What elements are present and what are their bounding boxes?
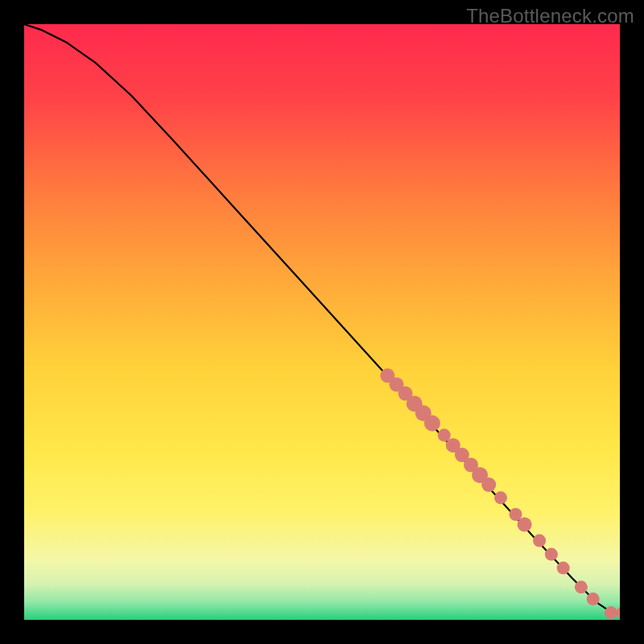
gradient-background <box>24 24 620 620</box>
chart-svg <box>24 24 620 620</box>
data-marker <box>518 518 532 532</box>
data-marker <box>587 592 600 605</box>
data-marker <box>557 562 570 575</box>
data-marker <box>533 535 546 547</box>
watermark-label: TheBottleneck.com <box>466 5 634 27</box>
data-marker <box>481 477 496 492</box>
data-marker <box>605 606 617 619</box>
data-marker <box>575 580 588 593</box>
data-marker <box>424 415 440 431</box>
data-marker <box>545 548 558 561</box>
data-marker <box>494 491 507 504</box>
chart-stage: TheBottleneck.com <box>0 0 644 644</box>
chart-plot <box>24 24 620 620</box>
